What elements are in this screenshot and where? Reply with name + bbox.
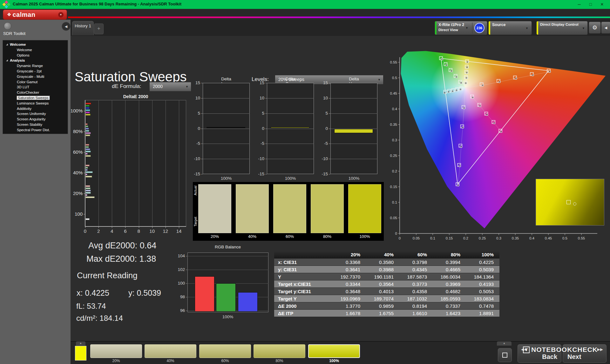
meter-dropdown[interactable]: X-Rite i1Pro 2 Direct View ▼ 236 xyxy=(435,21,487,35)
tree-item-color-gamut[interactable]: Color Gamut xyxy=(3,79,68,85)
measured-point-cyan xyxy=(451,90,453,92)
tree-item-options[interactable]: Options xyxy=(3,53,68,58)
tree-item-selected-label: Saturation Sweeps xyxy=(17,96,50,100)
table-value-cell: 0.4345 xyxy=(396,266,429,273)
deltae-group-tick xyxy=(84,214,85,214)
table-value-cell: 0.3994 xyxy=(429,259,462,266)
calman-menu-button[interactable]: ❖ calman ▼ xyxy=(3,10,67,20)
logo-bar: ❖ calman ▼ xyxy=(0,9,610,20)
layout-button[interactable] xyxy=(498,348,512,362)
cie-ytick-label: 0.3 xyxy=(392,138,397,142)
measured-point-blue xyxy=(462,126,464,128)
patch-button-80%[interactable] xyxy=(254,344,305,358)
cie-xtick-label: 0.1 xyxy=(430,236,435,240)
tree-item-screen-stability[interactable]: Screen Stability xyxy=(3,122,68,127)
patch-button-100%[interactable] xyxy=(308,344,360,358)
tree-item-colorchecker[interactable]: ColorChecker xyxy=(3,90,68,95)
sidebar-collapse-button[interactable]: ◀ xyxy=(62,22,71,31)
tree-section-welcome[interactable]: Welcome xyxy=(3,42,68,47)
tree-item-grayscale-multi[interactable]: Grayscale - Multi xyxy=(3,74,68,79)
expander-icon[interactable] xyxy=(6,59,8,61)
table-value-cell: 0.7337 xyxy=(429,302,462,309)
nav-panel-handle[interactable]: ▲ xyxy=(497,341,512,346)
tree-item-saturation-sweeps[interactable]: Saturation Sweeps xyxy=(3,95,68,101)
measured-point-magenta xyxy=(493,122,495,124)
table-row-label: Target y:CIE31 xyxy=(274,288,329,295)
table-header-cell: 100% xyxy=(462,251,496,259)
deltae-bar xyxy=(85,134,90,136)
de-formula-select[interactable]: 2000 ▼ xyxy=(149,82,191,91)
deltae-bar xyxy=(85,103,91,104)
measured-point-cyan xyxy=(448,91,450,93)
tab-history-1[interactable]: History 1 xyxy=(72,21,94,35)
delta-ytick-label: -10 xyxy=(254,156,264,161)
tree-item-luminance-sweeps[interactable]: Luminance Sweeps xyxy=(3,101,68,106)
tree-item-grayscale-2pt[interactable]: Grayscale - 2pt xyxy=(3,69,68,74)
delta-ytick-mark xyxy=(265,83,267,83)
table-header-cell: 40% xyxy=(362,251,396,259)
table-row: y: CIE310.36410.39880.43450.46650.5039 xyxy=(274,266,499,273)
swatch-40% xyxy=(236,184,269,233)
table-value-cell: 0.3564 xyxy=(362,280,396,287)
display-control-dropdown[interactable]: Direct Display Control ▼ xyxy=(536,21,588,35)
maximize-button[interactable]: □ xyxy=(586,0,595,9)
swatch-20% xyxy=(198,184,231,233)
delta-gridline xyxy=(267,98,314,98)
expander-icon[interactable] xyxy=(6,44,8,45)
max-de2000-stat: Max dE2000: 1.38 xyxy=(86,254,156,264)
tree-item-dynamic-range[interactable]: Dynamic Range xyxy=(3,63,68,69)
chevron-down-icon: ▼ xyxy=(525,27,528,30)
tree-item-welcome[interactable]: Welcome xyxy=(3,47,68,53)
measured-point-green xyxy=(445,64,447,66)
add-tab-button[interactable]: + xyxy=(94,24,104,34)
tree-item-screen-uniformity[interactable]: Screen Uniformity xyxy=(3,111,68,117)
meter-name: X-Rite i1Pro 2 xyxy=(438,23,464,27)
settings-button[interactable]: ⚙ xyxy=(589,22,601,34)
deltae-bar xyxy=(85,132,91,134)
table-value-cell: 1.8891 xyxy=(462,310,496,317)
delta-ytick-label: 15 xyxy=(254,80,264,85)
tree-item-spectral-power-dist-[interactable]: Spectral Power Dist. xyxy=(3,127,68,133)
tree-item-3d-lut[interactable]: 3D LUT xyxy=(3,84,68,90)
titlebar: Calman 2025 Calman Ultimate for Business… xyxy=(0,0,610,9)
deltae-group-label: 80% xyxy=(62,129,83,134)
deltae-bar xyxy=(85,107,90,109)
delta-ytick-label: -5 xyxy=(254,141,264,146)
cie-ytick-label: 0.5 xyxy=(392,76,397,80)
source-dropdown[interactable]: Source ▼ xyxy=(488,21,532,35)
rgb-ytick-label: 96 xyxy=(175,308,185,313)
table-value-cell: 0.3798 xyxy=(396,259,429,266)
rgb-bar-blue xyxy=(238,292,258,312)
deltae-xtick-label: 8 xyxy=(135,228,143,234)
table-value-cell: 0.4665 xyxy=(429,266,462,273)
deltae-chart-title: DeltaE 2000 xyxy=(123,94,148,99)
delta-value-bar xyxy=(334,129,373,133)
delta-ytick-mark xyxy=(265,144,267,144)
table-header-cell: 60% xyxy=(396,251,429,259)
minimize-button[interactable]: ─ xyxy=(574,0,584,9)
measured-point-blue xyxy=(460,145,462,147)
patch-button-60%[interactable] xyxy=(199,344,251,358)
workflow-home-button[interactable] xyxy=(4,22,11,30)
measured-point-magenta xyxy=(486,113,488,115)
rgb-ytick-mark xyxy=(186,311,187,311)
tree-item-additivity[interactable]: Additivity xyxy=(3,106,68,111)
toolbar-collapse-button[interactable]: ◀ xyxy=(601,22,610,34)
deltae-bar xyxy=(85,187,91,189)
patch-preview-handle[interactable]: ▲ xyxy=(76,341,85,346)
table-value-cell: 0.3773 xyxy=(396,280,429,287)
table-value-cell: 187.1032 xyxy=(396,295,429,302)
delta-ytick-label: -15 xyxy=(318,172,328,176)
deltae-gridline xyxy=(98,100,99,226)
measured-point-yellow xyxy=(465,82,467,84)
close-button[interactable]: × xyxy=(597,0,607,9)
table-value-cell: 0.4013 xyxy=(362,288,396,295)
patch-button-40%[interactable] xyxy=(145,344,196,358)
patch-button-20%[interactable] xyxy=(90,344,142,358)
current-x-value: x: 0.4225 xyxy=(77,288,109,298)
rgb-ytick-label: 100 xyxy=(175,281,185,286)
tree-item-screen-angularity[interactable]: Screen Angularity xyxy=(3,117,68,122)
tree-section-analysis[interactable]: Analysis xyxy=(3,58,68,63)
table-value-cell: 1.6755 xyxy=(362,310,396,317)
rgb-bar-red xyxy=(195,276,214,312)
